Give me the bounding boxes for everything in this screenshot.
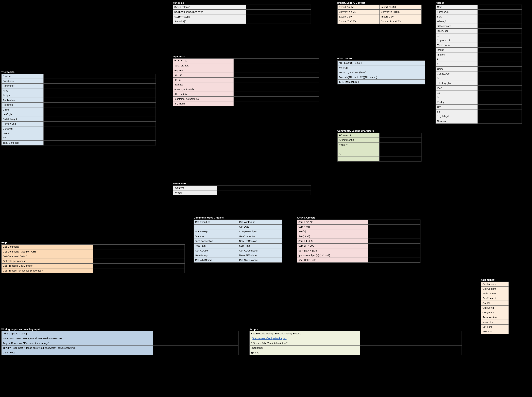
heading-help: Help xyxy=(1,241,185,244)
table-row: AliasShortcut for a Cmdlet or Function xyxy=(1,88,156,93)
table-row: ConvertTo-CSVConvertFrom-CSV xyxy=(338,19,421,24)
cell: Split-Path xyxy=(238,243,282,248)
heading-operators: Operators xyxy=(173,55,319,58)
cell: Assign multiple variables xyxy=(246,10,311,14)
table-row: $arr = @()Empty array xyxy=(297,224,420,229)
cell: Commands built into shell written in .NE… xyxy=(44,74,156,79)
cell: Get-History xyxy=(194,253,238,258)
cell: $arr[1] += 200 xyxy=(297,243,368,248)
cell: .\Script.ps1 xyxy=(250,346,360,350)
table-row: Where,?Where-Object xyxy=(436,19,522,24)
cell: Invoke-History xyxy=(478,86,522,90)
cell: Run Script.PS1 script in script scope xyxy=(360,341,462,346)
table-row: -match,-notmatchRegular expression match xyxy=(173,87,319,92)
table-row: Move,mv,miMove-Item xyxy=(436,43,522,47)
table-row: F7Command history in a window xyxy=(1,136,156,140)
heading-basics: The Basics xyxy=(1,71,156,74)
table-row: Cd,chdir,slSet-Location xyxy=(436,114,522,119)
table-row: SlsSelect-String xyxy=(436,109,522,114)
cell: while(){} xyxy=(338,65,425,70)
cell: Sc xyxy=(436,76,477,81)
cell: Get-Command xyxy=(1,244,93,249)
cell: Foreach,% xyxy=(436,10,477,14)
table-row: $var=[int]5Strongly typed variable xyxy=(173,19,311,24)
cell: Select-String xyxy=(478,109,522,114)
table-row: "This displays a string"String is writte… xyxy=(1,331,238,336)
table-basics: CmdletCommands built into shell written … xyxy=(1,74,156,145)
cell: Command history in a window xyxy=(44,136,156,140)
cell: Pwd,gl xyxy=(436,100,477,105)
cell: Cmdlet xyxy=(1,74,44,79)
table-row: -eq, -neEqual, not equal xyxy=(173,68,319,73)
script-path-link[interactable]: \\c-is-ts-91\c$\scripts\script.ps1 xyxy=(252,337,287,340)
table-row: -gt, -geGreater than, greater than or eq… xyxy=(173,73,319,77)
cell: [pscustomobject]@{x=1;z=2} xyxy=(297,253,368,258)
cell: Functions xyxy=(1,79,44,83)
cell: Compare-Object xyxy=(238,229,282,234)
cell: Get-Process| format-list -properties * xyxy=(1,268,93,273)
cell: Commands written in PowerShell language xyxy=(44,79,156,83)
cell: Get all commands xyxy=(93,244,185,249)
cell: Set-ItemProperty xyxy=(478,95,522,100)
cell: ConvertFrom-CSV xyxy=(379,19,421,24)
table-row: Home / EndMove to start / end of line xyxy=(1,121,156,126)
table-row: -ConfirmPrompt whether to take action xyxy=(173,186,311,190)
table-row: -contains,-notcontainsCheck if value in … xyxy=(173,97,319,101)
cell: New line xyxy=(379,152,421,157)
cell: Reverse of contains,notcontains. xyxy=(234,101,319,106)
cell: Multiline Comment xyxy=(379,138,421,142)
cell: Copy,cp,cpi xyxy=(436,38,477,43)
cell: Run Script.ps1 script in script scope xyxy=(360,346,462,350)
table-row: 1..10 | foreach{$_} xyxy=(338,80,425,84)
table-row: $pwd = Read-host "Please enter your pass… xyxy=(1,346,238,350)
table-row: Start-JobGet-Credential xyxy=(194,234,282,239)
cell: Format-Table xyxy=(478,57,522,62)
heading-parameters: Parameters xyxy=(173,182,311,185)
cell: String with colors, no new line at end xyxy=(153,336,238,341)
table-row: Get-EventLogGet-WinEvent xyxy=(194,220,282,224)
table-row: $arr[1] += 200Add to array item value xyxy=(297,243,420,248)
table-row: #CommentComment xyxy=(338,133,421,138)
cell: Sort-Object xyxy=(478,14,522,19)
cell: Escape char ` xyxy=(379,142,421,147)
cell: (Get-Date).Date xyxy=(297,258,368,262)
table-row: ."\\c-is-ts-91\c$\scripts\script.ps1"Run… xyxy=(250,336,462,341)
table-row: CmdletCommands built into shell written … xyxy=(1,74,156,79)
cell: Check if value in array xyxy=(234,97,319,101)
cell: $arr = @() xyxy=(297,224,368,229)
cell: Get-ItemProperty xyxy=(478,90,522,95)
cell: Move-Item xyxy=(478,43,522,47)
cell: Get all commands in RGHS module xyxy=(93,249,185,254)
cell: Command line completion xyxy=(44,140,156,145)
table-row: `Line continue xyxy=(338,157,421,161)
cell: $z = $arA + $arB xyxy=(297,248,368,253)
cell: String is written directly to output xyxy=(153,331,238,336)
table-row: Get-WMIObjectGet-CimInstance xyxy=(194,258,282,262)
cell: Set-Item xyxy=(481,324,509,329)
table-row: Set-Location xyxy=(481,282,509,286)
cell: Format-List xyxy=(478,62,522,66)
cell: Get-Command -Module RGHS xyxy=(1,249,93,254)
table-import-export: Export-CliXMLImport-CliXMLConvertTo-XMLC… xyxy=(337,5,421,24)
table-row: GiGet-Item xyxy=(436,33,522,38)
table-row: If(){} Elseif(){ } Else{ } xyxy=(338,61,425,65)
cell: $arr[1,4+6..9] xyxy=(297,239,368,243)
table-row: Get-Command -Module RGHSGet all commands… xyxy=(1,249,185,254)
table-row: $age = Read-host "Please enter your age"… xyxy=(1,341,238,346)
cell: ConvertTo-CSV xyxy=(338,19,379,24)
table-aliases: GcmGet-CommandForeach,%Foreach-ObjectSor… xyxy=(436,5,522,124)
cell: Get-CimInstance xyxy=(478,67,522,71)
table-row: [pscustomobject]@{x=1;z=2}Create custom … xyxy=(297,253,420,258)
cell: Get-Command xyxy=(478,5,522,9)
table-row: Start-SleepCompare-Object xyxy=(194,229,282,234)
cell: Two arrays into single array xyxy=(368,248,420,253)
table-row: New-Item xyxy=(481,329,509,334)
cell: Rni,ren xyxy=(436,52,477,57)
table-row: Export-CSVImport-CSV xyxy=(338,14,421,19)
cell: #Comment xyxy=(338,133,379,138)
cell: Ctrl+c xyxy=(1,107,44,112)
cell: Start-Job xyxy=(194,234,238,239)
cell: Get-Member xyxy=(478,105,522,109)
cell: Get-Process as list with all properties xyxy=(93,268,185,273)
cell: If(){} Elseif(){ } Else{ } xyxy=(338,61,425,65)
